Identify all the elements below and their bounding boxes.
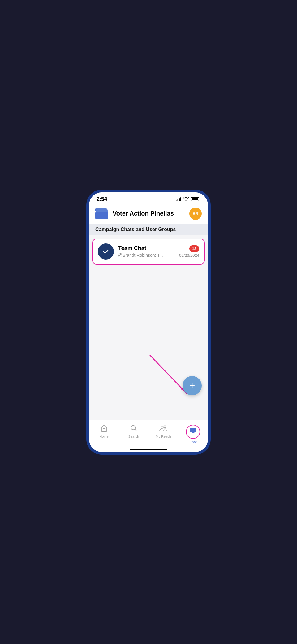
battery-icon: 100: [191, 197, 200, 201]
chat-nav-circle: [186, 425, 200, 439]
add-chat-button[interactable]: +: [183, 376, 202, 395]
svg-point-5: [164, 426, 166, 428]
my-reach-label: My Reach: [156, 435, 171, 438]
folder-icon: [95, 208, 109, 219]
phone-frame: 2:54 100: [88, 191, 209, 453]
signal-icon: [176, 197, 181, 201]
status-time: 2:54: [97, 196, 107, 203]
app-header: Voter Action Pinellas AR: [89, 204, 208, 224]
nav-item-home[interactable]: Home: [89, 423, 119, 446]
home-indicator: [130, 449, 167, 450]
unread-badge: 12: [189, 245, 199, 252]
plus-icon: +: [189, 381, 195, 391]
bottom-nav: Home Search My Reach: [89, 420, 208, 452]
my-reach-icon: [159, 425, 168, 433]
app-title: Voter Action Pinellas: [113, 210, 174, 217]
nav-item-search[interactable]: Search: [119, 423, 148, 446]
content-area: Team Chat @Brandt Robinson: T... 12 06/2…: [89, 235, 208, 420]
home-icon: [100, 425, 108, 433]
status-icons: 100: [176, 197, 200, 202]
section-header: Campaign Chats and User Groups: [89, 224, 208, 235]
chat-name: Team Chat: [118, 245, 175, 252]
section-title: Campaign Chats and User Groups: [95, 227, 176, 232]
nav-item-chat[interactable]: Chat: [178, 423, 208, 446]
chat-meta: 12 06/23/2024: [179, 245, 199, 258]
nav-item-my-reach[interactable]: My Reach: [148, 423, 178, 446]
chat-preview: @Brandt Robinson: T...: [118, 253, 175, 258]
chat-avatar: [98, 243, 114, 260]
search-icon: [130, 425, 137, 433]
chat-info: Team Chat @Brandt Robinson: T...: [118, 245, 175, 258]
chat-icon: [189, 427, 197, 436]
chat-label: Chat: [189, 440, 196, 444]
search-label: Search: [128, 435, 139, 438]
home-label: Home: [99, 435, 108, 438]
header-left: Voter Action Pinellas: [95, 208, 174, 219]
avatar[interactable]: AR: [189, 208, 202, 220]
chat-date: 06/23/2024: [179, 253, 199, 258]
svg-line-1: [150, 355, 187, 393]
svg-point-4: [161, 426, 163, 428]
status-bar: 2:54 100: [89, 192, 208, 204]
chat-item-team-chat[interactable]: Team Chat @Brandt Robinson: T... 12 06/2…: [92, 239, 205, 265]
wifi-icon: [183, 197, 189, 202]
svg-point-0: [101, 247, 110, 256]
